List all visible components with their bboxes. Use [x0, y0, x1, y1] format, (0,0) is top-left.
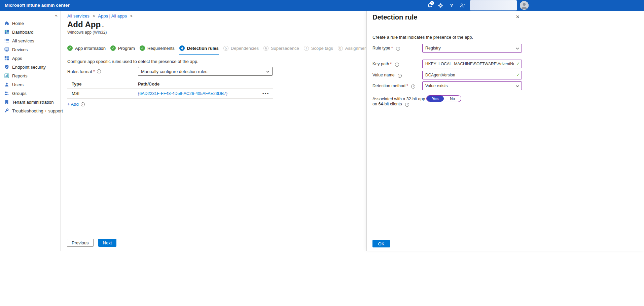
valid-check-icon: ✓ — [516, 72, 520, 77]
ok-button[interactable]: OK — [372, 240, 390, 247]
step-scope-tags[interactable]: 7 Scope tags — [304, 45, 333, 55]
step-done-check-icon: ✓ — [140, 45, 145, 51]
tenant-admin-icon — [4, 100, 9, 105]
rule-type-select[interactable]: Registry — [422, 44, 522, 53]
apps-icon — [4, 56, 9, 61]
troubleshooting-wrench-icon — [4, 108, 9, 113]
next-button[interactable]: Next — [98, 239, 117, 247]
endpoint-security-shield-icon — [4, 65, 9, 70]
sidebar-item-devices[interactable]: Devices — [0, 45, 60, 54]
rule-type-cell: MSI — [72, 91, 138, 96]
page-title: Add App — [67, 20, 101, 29]
row-context-menu-icon[interactable]: ●●● — [258, 92, 273, 95]
app-title[interactable]: Microsoft Intune admin center — [5, 0, 70, 11]
toggle-no-option[interactable]: No — [444, 96, 461, 102]
sidebar-item-label: Groups — [12, 91, 27, 96]
step-label: Requirements — [147, 46, 175, 51]
detection-rules-table: Type Path/Code MSI {6AD2231F-FF48-4D59-A… — [67, 80, 273, 99]
step-label: Scope tags — [311, 46, 333, 51]
info-icon[interactable]: i — [97, 69, 101, 73]
detection-rule-panel: Detection rule × Create a rule that indi… — [367, 11, 644, 251]
sidebar-item-home[interactable]: Home — [0, 19, 60, 28]
groups-icon — [4, 91, 9, 96]
add-rule-row: + Add i — [67, 102, 85, 107]
breadcrumb-separator: > — [93, 14, 95, 19]
column-header-path-code: Path/Code — [138, 81, 258, 87]
wizard-steps: ✓ App information ✓ Program ✓ Requiremen… — [67, 45, 366, 55]
close-icon[interactable]: × — [516, 13, 520, 21]
step-number: 5 — [223, 46, 228, 51]
sidebar-item-reports[interactable]: Reports — [0, 71, 60, 80]
rules-format-select[interactable]: Manually configure detection rules — [138, 67, 273, 76]
help-icon[interactable]: ? — [446, 0, 457, 11]
detection-method-label: Detection method* i — [372, 81, 422, 89]
sidebar-item-endpoint-security[interactable]: Endpoint security — [0, 63, 60, 71]
notification-badge: 1 — [430, 1, 434, 5]
avatar[interactable] — [520, 1, 529, 10]
sidebar-item-users[interactable]: Users — [0, 80, 60, 89]
step-dependencies[interactable]: 5 Dependencies — [223, 45, 259, 55]
info-icon[interactable]: i — [396, 47, 400, 51]
chevron-down-icon — [516, 85, 519, 87]
sidebar-item-label: All services — [12, 38, 34, 43]
toggle-yes-option[interactable]: Yes — [427, 96, 444, 102]
detection-rule-form: Rule type* i Registry Key path* i ✓ — [372, 44, 524, 107]
sidebar-item-all-services[interactable]: All services — [0, 36, 60, 45]
sidebar-item-apps[interactable]: Apps — [0, 54, 60, 63]
table-row[interactable]: MSI {6AD2231F-FF48-4D59-AC26-405AFAE23DB… — [67, 89, 273, 99]
value-name-input[interactable] — [422, 71, 522, 79]
notifications-icon[interactable]: 1 — [425, 0, 435, 11]
breadcrumb-all-services[interactable]: All services — [67, 13, 90, 19]
sidebar-item-tenant-administration[interactable]: Tenant administration — [0, 98, 60, 106]
step-program[interactable]: ✓ Program — [110, 45, 135, 55]
step-detection-rules[interactable]: 4 Detection rules — [179, 45, 219, 55]
home-icon — [4, 21, 9, 26]
sidebar-item-label: Apps — [12, 56, 22, 61]
sidebar: « Home Dashboard — [0, 11, 61, 251]
sidebar-collapse-icon[interactable]: « — [55, 13, 58, 18]
sidebar-item-troubleshooting-support[interactable]: Troubleshooting + support — [0, 106, 60, 115]
rules-format-value: Manually configure detection rules — [141, 69, 207, 74]
detection-method-select[interactable]: Value exists — [422, 81, 522, 90]
sidebar-nav: Home Dashboard All services — [0, 19, 60, 115]
value-name-row: Value name i ✓ — [372, 71, 524, 79]
feedback-icon[interactable]: ? — [457, 0, 467, 11]
key-path-label: Key path* i — [372, 60, 422, 67]
step-label: App information — [75, 46, 106, 51]
required-marker: * — [391, 46, 393, 50]
step-supersedence[interactable]: 6 Supersedence — [263, 45, 299, 55]
devices-icon — [4, 47, 9, 52]
info-icon[interactable]: i — [411, 84, 415, 89]
valid-check-icon: ✓ — [516, 61, 520, 66]
sidebar-item-dashboard[interactable]: Dashboard — [0, 28, 60, 36]
rule-path-link[interactable]: {6AD2231F-FF48-4D59-AC26-405AFAE23DB7} — [138, 91, 258, 96]
step-number: 8 — [338, 46, 343, 51]
info-icon[interactable]: i — [81, 102, 85, 106]
step-label: Dependencies — [231, 46, 259, 51]
step-label: Supersedence — [271, 46, 299, 51]
bitness-toggle-row: Associated with a 32-bit app on 64-bit c… — [372, 95, 524, 107]
info-icon[interactable]: i — [398, 74, 402, 78]
main-content: All services > Apps | All apps > Add App… — [61, 11, 367, 251]
step-app-information[interactable]: ✓ App information — [67, 45, 106, 55]
previous-button[interactable]: Previous — [67, 239, 94, 247]
reports-icon — [4, 73, 9, 78]
bitness-toggle[interactable]: Yes No — [426, 95, 461, 102]
sidebar-item-groups[interactable]: Groups — [0, 89, 60, 98]
step-assignments[interactable]: 8 Assignments — [338, 45, 366, 55]
breadcrumb-apps-all-apps[interactable]: Apps | All apps — [98, 13, 127, 19]
rule-type-value: Registry — [425, 46, 441, 50]
title-context-menu[interactable]: … — [100, 22, 105, 28]
step-requirements[interactable]: ✓ Requirements — [140, 45, 175, 55]
step-label: Assignments — [345, 46, 366, 51]
settings-gear-icon[interactable] — [435, 0, 445, 11]
add-rule-link[interactable]: + Add — [67, 102, 79, 107]
key-path-input[interactable] — [422, 60, 522, 68]
info-icon[interactable]: i — [395, 63, 399, 67]
panel-description: Create a rule that indicates the presenc… — [372, 35, 473, 40]
sidebar-item-label: Dashboard — [12, 30, 34, 35]
rules-format-label: Rules format* i — [67, 69, 138, 74]
info-icon[interactable]: i — [405, 103, 409, 107]
step-label: Program — [118, 46, 135, 51]
person-feedback-icon: ? — [460, 3, 465, 8]
